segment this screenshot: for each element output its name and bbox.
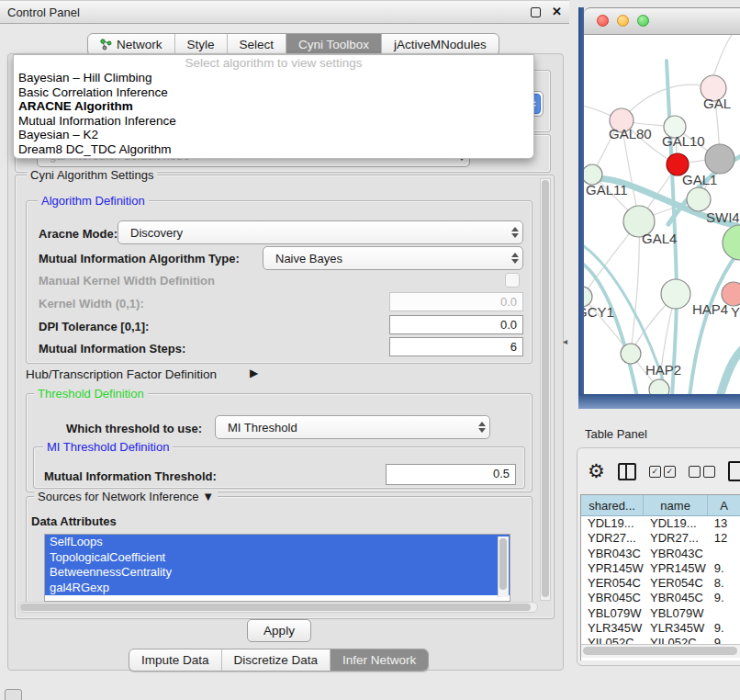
table-column-header[interactable]: name	[644, 495, 708, 515]
dropdown-item[interactable]: Bayesian – K2	[14, 128, 533, 142]
table-settings-gear-icon[interactable]: ⚙	[588, 462, 605, 480]
table-row[interactable]: YBR045CYBR045C9.	[581, 591, 740, 605]
mi-steps-label: Mutual Information Steps:	[39, 342, 185, 356]
apply-button[interactable]: Apply	[247, 619, 311, 642]
tab-jactivemnodules[interactable]: jActiveMNodules	[381, 34, 499, 55]
deselect-all-icon[interactable]	[689, 466, 715, 478]
network-node-hap4[interactable]	[661, 279, 690, 309]
network-node[interactable]	[723, 225, 740, 260]
mi-threshold-title: MI Threshold Definition	[43, 440, 173, 454]
minimize-traffic-light-icon[interactable]	[617, 15, 629, 27]
which-threshold-combo[interactable]: MI Threshold	[215, 415, 490, 439]
list-scrollbar[interactable]	[498, 536, 509, 597]
network-node-label: GCY1	[584, 304, 614, 320]
bottom-tab-discretize-data[interactable]: Discretize Data	[221, 649, 331, 671]
data-attribute-item[interactable]: gal4RGexp	[45, 581, 510, 596]
table-row[interactable]: YPR145WYPR145W9.	[581, 561, 740, 576]
tab-label: Select	[240, 38, 275, 51]
which-threshold-label: Which threshold to use:	[66, 422, 202, 435]
select-all-icon[interactable]: ✓✓	[649, 466, 676, 478]
combo-spinner-icon[interactable]	[475, 416, 489, 438]
bottom-tab-infer-network[interactable]: Infer Network	[330, 649, 428, 671]
dropdown-items: Bayesian – Hill ClimbingBasic Correlatio…	[14, 71, 533, 157]
data-attribute-item[interactable]: SelfLoops	[45, 535, 510, 550]
table-cell: YBR043C	[581, 547, 644, 561]
dropdown-item[interactable]: Mutual Information Inference	[14, 114, 533, 129]
dropdown-item[interactable]: Dream8 DC_TDC Algorithm	[14, 142, 533, 157]
network-window-frame	[578, 394, 740, 409]
manual-kernel-label: Manual Kernel Width Definition	[39, 274, 215, 288]
tab-select[interactable]: Select	[227, 34, 286, 55]
dropdown-item[interactable]: Basic Correlation Inference	[14, 85, 533, 100]
network-node-label: GAL10	[662, 133, 705, 149]
threshold-definition-title: Threshold Definition	[34, 387, 148, 401]
close-traffic-light-icon[interactable]	[597, 15, 609, 27]
data-attributes-label: Data Attributes	[31, 514, 117, 528]
network-edge	[713, 33, 733, 75]
table-cell: 9.	[708, 561, 740, 576]
splitter-collapse-icon[interactable]: ◂	[563, 336, 567, 346]
sources-collapse-arrow-icon[interactable]: ▼	[202, 490, 214, 503]
network-node-hap2[interactable]	[621, 344, 641, 364]
aracne-mode-label: Aracne Mode:	[39, 227, 118, 241]
zoom-traffic-light-icon[interactable]	[637, 15, 649, 27]
kernel-width-label: Kernel Width (0,1):	[39, 297, 144, 310]
network-edge	[667, 61, 677, 394]
table-column-header[interactable]: shared...	[581, 495, 644, 515]
table-row[interactable]: YDR27...YDR27...12	[581, 531, 740, 546]
table-horizontal-scrollbar[interactable]	[581, 644, 740, 658]
control-panel-titlebar: Control Panel ✕	[0, 0, 569, 24]
network-node-swi4[interactable]	[687, 187, 711, 211]
tab-style[interactable]: Style	[174, 34, 227, 55]
table-cell: YBL079W	[581, 606, 644, 621]
table-cell: YBR043C	[644, 547, 708, 561]
sources-group-title: Sources for Network Inference ▼	[34, 490, 218, 503]
dock-panel-icon[interactable]	[5, 689, 22, 700]
data-attribute-item[interactable]: TopologicalCoefficient	[45, 550, 510, 566]
float-window-icon[interactable]	[531, 7, 541, 17]
dpi-tolerance-field[interactable]: 0.0	[389, 315, 523, 334]
table-cell: 9.	[708, 621, 740, 636]
dropdown-item[interactable]: Bayesian – Hill Climbing	[14, 71, 533, 85]
network-node[interactable]	[649, 379, 669, 394]
combo-spinner-icon[interactable]	[508, 247, 522, 269]
hub-definition-label[interactable]: Hub/Transcription Factor Definition	[26, 367, 217, 381]
dropdown-item[interactable]: ARACNE Algorithm	[14, 99, 533, 114]
network-edge	[631, 221, 639, 354]
mi-type-combo[interactable]: Naive Bayes	[263, 246, 523, 270]
table-row[interactable]: YER054CYER054C8.	[581, 576, 740, 591]
tab-network[interactable]: Network	[88, 34, 174, 55]
data-attribute-item[interactable]: BetweennessCentrality	[45, 565, 510, 581]
split-columns-icon[interactable]	[618, 463, 636, 480]
network-canvas[interactable]: GALGAL80GAL10GAL1GAL11SWI4GAL4GCY1HAP4YH…	[584, 33, 740, 394]
network-window-frame	[578, 7, 584, 409]
manual-kernel-checkbox[interactable]	[505, 273, 520, 288]
table-row[interactable]: YBR043CYBR043C	[581, 547, 740, 561]
table-column-header[interactable]: A	[708, 495, 740, 515]
table-row[interactable]: YLR345WYLR345W9.	[581, 621, 740, 636]
data-attributes-list[interactable]: SelfLoopsTopologicalCoefficientBetweenne…	[44, 534, 510, 602]
aracne-mode-combo[interactable]: Discovery	[118, 220, 523, 244]
table-row[interactable]: YBL079WYBL079W	[581, 606, 740, 621]
hub-expand-arrow-icon[interactable]: ▶	[250, 367, 258, 379]
kernel-width-field[interactable]: 0.0	[389, 292, 523, 311]
network-edge	[584, 261, 637, 394]
bottom-tab-impute-data[interactable]: Impute Data	[129, 649, 221, 671]
table-cell: YER054C	[581, 576, 644, 591]
table-cell: YER054C	[644, 576, 708, 591]
settings-vertical-scrollbar[interactable]	[540, 178, 551, 601]
tab-cyni-toolbox[interactable]: Cyni Toolbox	[286, 34, 381, 55]
window-title: Control Panel	[7, 6, 80, 19]
dpi-tolerance-label: DPI Tolerance [0,1]:	[39, 320, 149, 333]
mi-steps-field[interactable]: 6	[389, 337, 523, 356]
close-icon[interactable]: ✕	[552, 7, 562, 17]
new-table-document-icon[interactable]	[728, 461, 740, 481]
table-cell: YDL19...	[644, 516, 708, 531]
table-row[interactable]: YDL19...YDL19...13	[581, 516, 740, 531]
mi-threshold-field[interactable]: 0.5	[386, 464, 516, 485]
network-node-y[interactable]	[722, 282, 740, 306]
network-node[interactable]	[705, 144, 734, 174]
network-window-titlebar[interactable]	[584, 7, 740, 35]
settings-horizontal-scrollbar[interactable]	[18, 602, 538, 613]
combo-spinner-icon[interactable]	[508, 221, 522, 243]
